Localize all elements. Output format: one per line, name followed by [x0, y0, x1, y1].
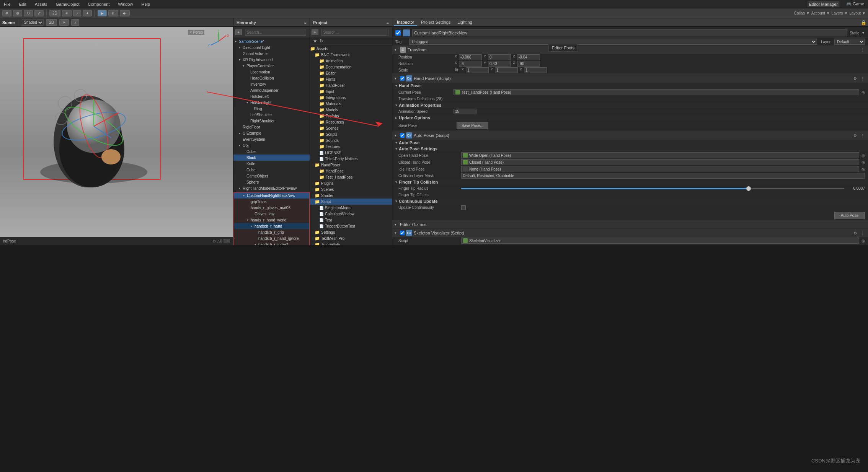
tree-gameobject[interactable]: GameObject	[233, 173, 310, 179]
step-btn[interactable]: ⏭	[120, 10, 130, 16]
hand-poser-enabled[interactable]	[400, 76, 405, 81]
script-ref[interactable]: SkeletonVisualizer	[461, 238, 859, 244]
tree-global-volume[interactable]: Global Volume	[233, 50, 310, 57]
transform-options-btn[interactable]: ⋮	[860, 48, 866, 52]
folder-shader[interactable]: 📁 Shader	[310, 192, 392, 199]
auto-pose-section-header[interactable]: ▾ Auto Pose	[392, 140, 868, 146]
finger-tip-slider[interactable]: 0.0087	[461, 186, 865, 190]
scale-btn[interactable]: ⤢	[34, 10, 44, 16]
rotate-btn[interactable]: ↻	[24, 10, 33, 16]
tree-holster-right[interactable]: ▾ HolsterRight	[233, 99, 310, 106]
fx-btn[interactable]: ✦	[83, 10, 92, 16]
folder-handposer2[interactable]: 📁 HandPoser	[310, 162, 392, 168]
finger-tip-section-header[interactable]: ▾ Finger Tip Collision	[392, 179, 868, 185]
folder-handpose[interactable]: 📁 HandPose	[310, 168, 392, 174]
static-dropdown-icon[interactable]: ▼	[861, 31, 865, 35]
tree-b-r-grip[interactable]: hands:b_r_grip	[234, 229, 309, 235]
scene-view[interactable]: < Persp	[0, 27, 233, 237]
idle-hand-select-btn[interactable]: ◎	[861, 167, 865, 171]
tree-hand-world[interactable]: ▾ hands_r_hand_world	[234, 217, 309, 223]
folder-scenes[interactable]: 📁 Scenes	[310, 125, 392, 131]
rot-y-input[interactable]	[488, 61, 511, 67]
tree-cube1[interactable]: Cube	[233, 148, 310, 155]
file-test[interactable]: 📄 Test	[310, 217, 392, 223]
menu-window[interactable]: Window	[116, 1, 134, 7]
tree-directional-light[interactable]: ▸ Directional Light	[233, 44, 310, 50]
obj-enabled-checkbox[interactable]	[395, 30, 401, 36]
scale-y-input[interactable]	[495, 67, 518, 73]
folder-script[interactable]: 📁 Script	[310, 199, 392, 205]
folder-models[interactable]: 📁 Models	[310, 107, 392, 113]
menu-gameobject[interactable]: GameObject	[54, 1, 81, 7]
audio-btn[interactable]: ♪	[73, 10, 81, 16]
skeleton-vis-options-btn[interactable]: ⋮	[860, 231, 866, 235]
file-calculate[interactable]: 📄 CalculateWindow	[310, 211, 392, 217]
tree-grip-trans[interactable]: gripTrans	[234, 199, 309, 205]
scale-z-input[interactable]	[524, 67, 547, 73]
tag-select[interactable]: Untagged	[409, 39, 817, 45]
transform-btn[interactable]: ✥	[2, 10, 11, 16]
file-third-party[interactable]: 📄 Third-Party Notices	[310, 156, 392, 162]
tree-custom-hand[interactable]: ▾ CustomHandRightBlackNew	[234, 192, 309, 199]
rot-x-input[interactable]	[459, 61, 482, 67]
folder-test-handpose[interactable]: 📁 Test_HandPose	[310, 174, 392, 180]
tree-cube2[interactable]: Cube	[233, 167, 310, 173]
menu-assets[interactable]: Assets	[33, 1, 49, 7]
rot-z-input[interactable]	[517, 61, 540, 67]
menu-help[interactable]: Help	[140, 1, 152, 7]
tree-ui-example[interactable]: ▸ UIExample	[233, 130, 310, 136]
project-header[interactable]: Project ≡	[310, 18, 392, 27]
tree-ammo-dispenser[interactable]: AmmoDispenser	[233, 87, 310, 93]
menu-file[interactable]: File	[2, 1, 12, 7]
folder-textures[interactable]: 📁 Textures	[310, 143, 392, 150]
tree-player-controller[interactable]: ▾ PlayerController	[233, 63, 310, 69]
script-select-btn[interactable]: ◎	[861, 239, 865, 243]
current-pose-select-btn[interactable]: ◎	[861, 90, 865, 94]
tree-gloves-mat[interactable]: hands_r_gloves_mat06	[234, 205, 309, 211]
folder-assets[interactable]: 📁 Assets	[310, 46, 392, 52]
folder-documentation[interactable]: 📁 Documentation	[310, 64, 392, 70]
project-create-btn[interactable]: +	[312, 29, 318, 35]
folder-textmesh[interactable]: 📁 TextMesh Pro	[310, 235, 392, 241]
folder-editor[interactable]: 📁 Editor	[310, 70, 392, 76]
project-menu-btn[interactable]: ≡	[387, 20, 389, 25]
anim-speed-input[interactable]	[454, 109, 476, 114]
skeleton-vis-header[interactable]: ▾ C# Skeleton Visualizer (Script) ⚙ ⋮	[392, 229, 868, 237]
inspector-scroll[interactable]: Static ▼ Tag Untagged Layer Default ▾ ⊞ …	[392, 27, 868, 245]
tree-locomotion[interactable]: Locomotion	[233, 69, 310, 75]
tree-event-system[interactable]: EventSystem	[233, 136, 310, 142]
inspector-tab[interactable]: Inspector	[394, 19, 417, 26]
folder-sounds[interactable]: 📁 Sounds	[310, 137, 392, 143]
auto-pose-settings-header[interactable]: ▾ Auto Pose Settings	[392, 146, 868, 152]
menu-edit[interactable]: Edit	[18, 1, 28, 7]
auto-poser-header[interactable]: ▾ C# Auto Poser (Script) ⚙ ⋮	[392, 131, 868, 140]
hierarchy-search[interactable]	[245, 29, 306, 36]
folder-resources[interactable]: 📁 Resources	[310, 119, 392, 125]
tree-right-hand-models[interactable]: ▾ RightHandModelsEditorPreview	[233, 185, 310, 191]
folder-input[interactable]: 📁 Input	[310, 88, 392, 94]
file-singleton[interactable]: 📄 SingletonMono	[310, 205, 392, 211]
editor-manager-tab[interactable]: Editor Manager	[808, 1, 839, 7]
folder-materials[interactable]: 📁 Materials	[310, 101, 392, 107]
folder-settings[interactable]: 📁 Settings	[310, 229, 392, 235]
obj-name-input[interactable]	[412, 29, 847, 36]
auto-poser-options-btn[interactable]: ⋮	[860, 133, 866, 138]
continuous-update-header[interactable]: ▾ Continuous Update	[392, 198, 868, 204]
open-hand-select-btn[interactable]: ◎	[861, 153, 865, 158]
tree-xr-rig[interactable]: ▾ XR Rig Advanced	[233, 57, 310, 63]
hand-poser-header[interactable]: ▾ C# Hand Poser (Script) ⚙ ⋮	[392, 74, 868, 83]
game-tab[interactable]: 🎮 Game	[845, 1, 866, 7]
transform-header[interactable]: ▾ ⊞ Transform ⋮	[392, 46, 868, 54]
file-license[interactable]: 📄 LICENSE	[310, 150, 392, 156]
folder-animation[interactable]: 📁 Animation	[310, 58, 392, 64]
hierarchy-header[interactable]: Hierarchy ≡	[233, 18, 310, 27]
folder-bng[interactable]: 📁 BNG Framework	[310, 52, 392, 58]
menu-component[interactable]: Component	[86, 1, 111, 7]
folder-tutorial[interactable]: 📁 TutorialInfo	[310, 241, 392, 245]
tree-inventory[interactable]: Inventory	[233, 81, 310, 87]
skeleton-vis-enabled[interactable]	[400, 231, 405, 235]
update-options-section[interactable]: ▸ Update Options	[392, 115, 868, 121]
auto-pose-button[interactable]: Auto Pose	[834, 212, 865, 219]
tree-ring[interactable]: Ring	[233, 106, 310, 112]
tree-sphere[interactable]: Sphere	[233, 179, 310, 185]
